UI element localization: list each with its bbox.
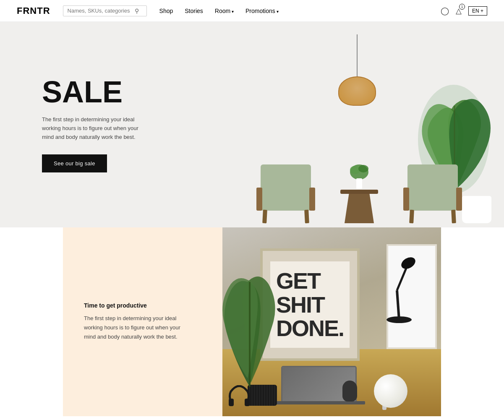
cart-icon[interactable]: △ 1 <box>456 6 462 16</box>
search-bar[interactable]: ⚲ <box>63 5 147 16</box>
nav-item-room[interactable]: Room <box>215 8 234 14</box>
language-selector[interactable]: EN + <box>468 6 487 16</box>
main-header: FRNTR ⚲ Shop Stories Room Promotions ◯ △… <box>0 0 504 22</box>
chair-leg-fl-l <box>262 210 267 223</box>
nav-item-shop[interactable]: Shop <box>159 8 173 14</box>
chair-seat-right <box>407 190 458 211</box>
chair-arm-right-r <box>456 188 462 211</box>
desk-lamp <box>382 240 416 326</box>
headphones-svg <box>227 385 252 406</box>
chair-right <box>403 169 462 223</box>
nav-item-promotions[interactable]: Promotions <box>245 8 279 14</box>
second-section: Time to get productive The first step in… <box>63 227 441 416</box>
hero-content: SALE The first step in determining your … <box>0 77 151 172</box>
chairs-area <box>240 64 479 223</box>
svg-point-3 <box>350 166 360 174</box>
second-section-description: The first step in determining your ideal… <box>84 314 193 342</box>
globe-lamp <box>374 374 407 408</box>
poster-text: GET SHIT DONE. <box>276 269 344 340</box>
chair-back-left <box>261 164 311 192</box>
second-section-label: Time to get productive <box>84 302 201 309</box>
laptop-base <box>273 401 365 404</box>
chair-seat-left <box>261 190 311 211</box>
small-plant-svg <box>349 164 370 189</box>
main-nav: Shop Stories Room Promotions <box>159 8 441 14</box>
scene2-plant-svg <box>222 244 277 387</box>
furniture-scene <box>214 34 500 227</box>
hero-image <box>210 22 504 227</box>
svg-rect-12 <box>245 399 250 406</box>
second-section-content: Time to get productive The first step in… <box>63 227 222 416</box>
mouse <box>342 381 357 402</box>
hero-section: SALE The first step in determining your … <box>0 22 504 227</box>
svg-rect-5 <box>356 178 362 189</box>
speaker <box>248 385 277 406</box>
svg-line-9 <box>397 265 407 290</box>
svg-rect-11 <box>229 399 234 406</box>
second-section-image: GET SHIT DONE. <box>222 227 441 416</box>
nav-item-stories[interactable]: Stories <box>185 8 203 14</box>
account-icon[interactable]: ◯ <box>441 6 449 16</box>
chair-back-right <box>407 164 458 192</box>
hero-cta-button[interactable]: See our big sale <box>42 154 107 172</box>
hero-subtitle: The first step in determining your ideal… <box>42 115 151 141</box>
chair-leg-fr-l <box>304 210 309 223</box>
desk-scene: GET SHIT DONE. <box>222 227 441 416</box>
desk-lamp-svg <box>382 240 416 324</box>
table-body <box>345 194 374 223</box>
site-logo[interactable]: FRNTR <box>17 5 50 16</box>
header-actions: ◯ △ 1 EN + <box>441 6 487 16</box>
monstera-plant <box>462 196 491 223</box>
table-top <box>340 190 378 194</box>
search-input[interactable] <box>68 8 135 14</box>
second-section-wrapper: Time to get productive The first step in… <box>0 227 504 416</box>
chair-left <box>256 169 315 223</box>
hero-title: SALE <box>42 77 151 107</box>
headphones <box>227 385 252 408</box>
poster-inner: GET SHIT DONE. <box>270 261 350 348</box>
chair-arm-left-r <box>403 188 409 211</box>
chair-arm-right-l <box>309 188 315 211</box>
side-table-area <box>336 164 382 223</box>
chair-leg-fr-r <box>451 210 456 223</box>
search-icon[interactable]: ⚲ <box>135 8 139 14</box>
plant-pot-large <box>462 196 491 223</box>
cart-badge: 1 <box>459 4 465 10</box>
svg-line-8 <box>397 290 399 320</box>
chair-leg-fl-r <box>409 210 414 223</box>
svg-point-4 <box>358 165 368 172</box>
svg-point-10 <box>399 255 416 271</box>
chair-arm-left-l <box>256 188 262 211</box>
